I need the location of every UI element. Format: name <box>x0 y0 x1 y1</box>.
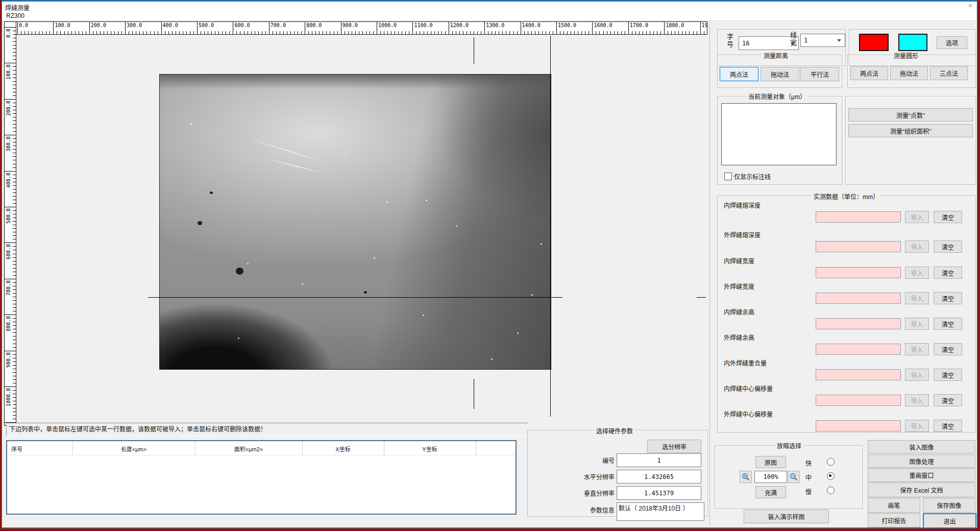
measured-value-input[interactable] <box>816 369 901 380</box>
distance-parallel-button[interactable]: 平行法 <box>800 67 839 81</box>
close-icon[interactable]: × <box>964 2 976 10</box>
clear-button[interactable]: 清空 <box>934 369 962 381</box>
only-lines-checkbox-label[interactable]: 仅显示标注线 <box>734 172 771 181</box>
v-ruler-minor-tick <box>13 394 16 394</box>
measured-row-label: 内焊缝中心偏移量 <box>724 384 773 393</box>
redraw-window-button[interactable]: 重画窗口 <box>868 468 975 482</box>
field-value-vres[interactable]: 1.451379 <box>617 486 701 500</box>
line-width-select[interactable]: 1 <box>800 34 845 47</box>
h-ruler-minor-tick <box>143 31 143 34</box>
measure-circle-title: 测量圆形 <box>892 51 920 60</box>
circle-drag-button[interactable]: 拖动法 <box>890 66 928 80</box>
line-width-value: 1 <box>804 37 807 44</box>
current-object-listbox[interactable] <box>721 103 837 165</box>
load-demo-button[interactable]: 装入演示样图 <box>744 510 829 523</box>
speed-slow-radio[interactable] <box>827 487 835 494</box>
results-table[interactable]: 序号 长度<μm> 面积<μm2> X坐标 Y坐标 <box>6 440 517 515</box>
measured-value-input[interactable] <box>816 344 901 355</box>
secondary-color-swatch[interactable] <box>898 34 927 51</box>
field-value-paraminfo[interactable]: 默认（ 2018年3月10日 ） <box>617 502 704 521</box>
load-image-button[interactable]: 装入图像 <box>868 440 975 453</box>
h-ruler-label: 1500.0 <box>558 22 576 28</box>
save-image-button[interactable]: 保存图像 <box>923 498 975 513</box>
import-button[interactable]: 导入 <box>905 420 929 432</box>
speed-medium-radio[interactable] <box>827 472 835 480</box>
clear-button[interactable]: 清空 <box>934 420 962 432</box>
v-ruler-minor-tick <box>13 372 16 373</box>
import-button[interactable]: 导入 <box>905 318 929 330</box>
field-label-vres: 垂直分辨率 <box>534 489 615 497</box>
h-ruler-minor-tick <box>459 31 460 34</box>
speed-fast-radio[interactable] <box>827 458 835 466</box>
v-ruler-minor-tick <box>13 361 16 362</box>
clear-button[interactable]: 清空 <box>934 292 962 304</box>
import-button[interactable]: 导入 <box>905 369 929 381</box>
import-button[interactable]: 导入 <box>905 267 929 279</box>
select-resolution-button[interactable]: 选分辨率 <box>647 440 701 453</box>
import-button[interactable]: 导入 <box>905 240 929 253</box>
import-button[interactable]: 导入 <box>905 211 929 223</box>
import-button[interactable]: 导入 <box>905 292 929 304</box>
measured-value-input[interactable] <box>816 211 901 223</box>
menu-item-rz300[interactable]: RZ300 <box>6 12 24 19</box>
clear-button[interactable]: 清空 <box>934 318 962 330</box>
v-ruler-minor-tick <box>13 250 16 250</box>
h-ruler-minor-tick <box>632 31 632 34</box>
v-ruler-label: 900.0 <box>6 352 11 368</box>
h-ruler-minor-tick <box>549 31 550 34</box>
h-ruler-minor-tick <box>678 31 679 34</box>
h-ruler-major-tick <box>89 22 90 34</box>
menu-bar: RZ300 <box>2 11 976 21</box>
save-excel-button[interactable]: 保存 Excel 文档 <box>868 482 975 497</box>
image-process-button[interactable]: 图像处理 <box>868 454 975 468</box>
measured-value-input[interactable] <box>816 241 901 252</box>
clear-button[interactable]: 清空 <box>934 267 962 279</box>
v-ruler-label: 300.0 <box>6 136 11 152</box>
v-ruler-minor-tick <box>13 210 16 211</box>
only-lines-checkbox[interactable] <box>724 173 732 180</box>
measured-value-input[interactable] <box>816 293 901 304</box>
measured-value-input[interactable] <box>816 420 901 431</box>
zoom-original-button[interactable]: 原图 <box>755 456 786 468</box>
h-ruler-minor-tick <box>118 31 118 34</box>
zoom-percent-field[interactable]: 100% <box>754 471 787 483</box>
zoom-out-button[interactable] <box>788 471 800 483</box>
h-ruler-minor-tick <box>581 31 582 34</box>
primary-color-swatch[interactable] <box>859 34 889 51</box>
v-ruler-minor-tick <box>13 167 16 168</box>
clear-button[interactable]: 清空 <box>934 240 962 253</box>
options-button[interactable]: 选项 <box>937 36 967 49</box>
measured-value-input[interactable] <box>816 318 901 329</box>
print-report-button[interactable]: 打印报告 <box>868 513 920 527</box>
v-ruler-major-tick <box>5 63 16 63</box>
import-button[interactable]: 导入 <box>905 394 929 406</box>
field-value-id[interactable]: 1 <box>617 453 701 467</box>
clear-button[interactable]: 清空 <box>934 343 962 355</box>
distance-two-point-button[interactable]: 两点法 <box>720 67 758 81</box>
h-ruler-minor-tick <box>107 31 108 34</box>
weld-photo[interactable] <box>159 74 551 370</box>
v-ruler-minor-tick <box>13 254 16 254</box>
photo-scratch <box>265 158 325 174</box>
h-ruler-minor-tick <box>186 31 187 34</box>
circle-two-point-button[interactable]: 两点法 <box>850 66 888 80</box>
measure-area-button[interactable]: 测量“组织面积” <box>848 124 973 137</box>
clear-button[interactable]: 清空 <box>934 211 962 223</box>
exit-button[interactable]: 退出 <box>923 513 976 528</box>
measured-value-input[interactable] <box>816 267 901 278</box>
paintbrush-button[interactable]: 画笔 <box>868 498 920 513</box>
measured-value-input[interactable] <box>816 395 901 406</box>
zoom-in-button[interactable] <box>740 471 752 483</box>
circle-three-point-button[interactable]: 三点法 <box>930 66 968 80</box>
field-value-hres[interactable]: 1.432665 <box>617 470 701 484</box>
v-ruler-minor-tick <box>13 45 16 45</box>
h-ruler-minor-tick <box>488 31 488 34</box>
import-button[interactable]: 导入 <box>905 343 929 355</box>
measure-points-button[interactable]: 测量“点数” <box>848 108 973 122</box>
h-ruler-minor-tick <box>370 31 370 34</box>
zoom-fill-button[interactable]: 充满 <box>755 486 786 498</box>
clear-button[interactable]: 清空 <box>934 394 962 406</box>
distance-drag-button[interactable]: 拖动法 <box>761 67 799 81</box>
h-ruler-major-tick <box>53 22 54 34</box>
h-ruler-minor-tick <box>639 31 640 34</box>
